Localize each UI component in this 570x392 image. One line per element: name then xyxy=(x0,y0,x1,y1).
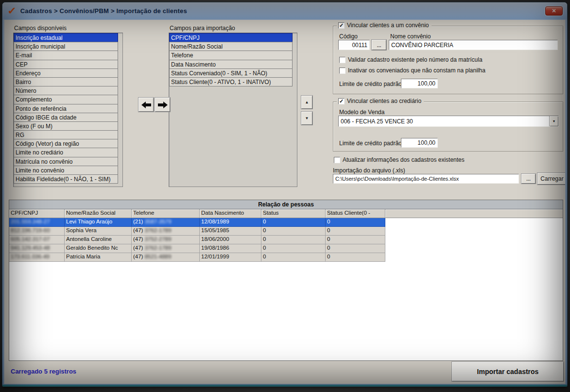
cell-status: 0 xyxy=(261,253,326,262)
list-item[interactable]: Inscrição estadual xyxy=(14,33,118,42)
limite-credito-crediario-label: Limite de crédito padrão: xyxy=(339,140,403,147)
codigo-field[interactable]: 00111 xyxy=(338,40,370,50)
carregar-button[interactable]: Carregar xyxy=(537,173,566,185)
column-header[interactable]: Data Nascimento xyxy=(200,209,261,218)
move-down-button[interactable]: ▼ xyxy=(301,112,312,125)
cell-status: 0 xyxy=(261,236,326,244)
column-header[interactable]: CPF/CNPJ xyxy=(9,209,65,218)
table-row[interactable]: 812.196.719-60Sophia Vera(47) 3762-17891… xyxy=(9,227,563,236)
cell-nome: Patricia Maria xyxy=(65,253,132,262)
validar-matricula-checkbox[interactable] xyxy=(339,57,345,63)
status-text: Carregado 5 registros xyxy=(11,368,76,375)
screen-background: ✓ Cadastros > Convênios/PBM > Importação… xyxy=(0,0,570,392)
list-item[interactable]: Número xyxy=(14,86,118,95)
cell-nome: Antonella Caroline xyxy=(65,236,132,244)
cell-nascimento: 19/08/1986 xyxy=(200,244,261,253)
list-item[interactable]: CPF/CNPJ xyxy=(169,33,293,42)
modelo-venda-select[interactable]: 006 - FECHA 25 VENCE 30 ▼ xyxy=(338,116,559,127)
app-window: ✓ Cadastros > Convênios/PBM > Importação… xyxy=(2,2,568,387)
modelo-venda-label: Modelo de Venda xyxy=(339,109,384,116)
list-item[interactable]: Status Conveniado(0 - SIM, 1 - NÃO) xyxy=(169,68,293,78)
limite-credito-convenio-label: Limite de crédito padrão: xyxy=(339,81,403,87)
cell-nascimento: 12/01/1999 xyxy=(200,253,261,262)
table-header-row: CPF/CNPJNome/Razão SocialTelefoneData Na… xyxy=(9,209,563,218)
validar-matricula-label: Validar cadastro existente pelo número d… xyxy=(348,56,483,63)
available-fields-list[interactable]: Inscrição estadualInscrição municipalE-m… xyxy=(13,33,123,187)
import-fields-label: Campos para importação xyxy=(170,25,235,32)
limite-credito-crediario-field[interactable]: 100,00 xyxy=(401,138,438,148)
table-row[interactable]: 173.611.036-49Patricia Maria(47) 8521-48… xyxy=(9,253,563,262)
cell-phone: (47) 3752-2789 xyxy=(132,236,200,244)
down-arrow-icon: ▼ xyxy=(305,116,309,120)
list-item[interactable]: Endereço xyxy=(14,68,118,78)
list-item[interactable]: Sexo (F ou M) xyxy=(14,121,118,131)
crediario-checkbox[interactable]: ✓ xyxy=(338,98,345,104)
phone-redacted: 3762-1789 xyxy=(145,245,172,251)
inativar-conveniados-row: Inativar os conveniados que não constam … xyxy=(339,67,485,74)
list-item[interactable]: Ponto de referência xyxy=(14,104,118,113)
dropdown-arrow-icon[interactable]: ▼ xyxy=(549,116,558,126)
codigo-browse-button[interactable]: ... xyxy=(372,40,386,50)
list-item[interactable]: Limite no crediário xyxy=(14,148,118,157)
atualizar-cadastros-label: Atualizar informações dos cadastros exis… xyxy=(343,156,465,163)
list-item[interactable]: Telefone xyxy=(169,51,293,60)
list-item[interactable]: Inscrição municipal xyxy=(14,42,118,51)
convenio-group-legend: ✓ Vincular clientes a um convênio xyxy=(337,22,432,29)
importar-cadastros-button[interactable]: Importar cadastros xyxy=(452,362,564,381)
list-item[interactable]: Nome/Razão Social xyxy=(169,42,293,51)
codigo-label: Código xyxy=(339,33,358,40)
cell-cpf: 812.196.719-60 xyxy=(9,227,65,236)
list-item[interactable]: Código (Vetor) da região xyxy=(14,139,118,148)
cell-nome: Geraldo Benedito Nc xyxy=(65,244,132,253)
arquivo-browse-button[interactable]: ... xyxy=(521,174,535,184)
convenio-groupbox: ✓ Vincular clientes a um convênio Código… xyxy=(333,26,563,94)
close-button[interactable]: ✕ xyxy=(545,6,563,16)
column-header[interactable]: Telefone xyxy=(132,209,200,218)
list-item[interactable]: RG xyxy=(14,130,118,139)
column-header[interactable]: Nome/Razão Social xyxy=(65,209,132,218)
move-field-left-button[interactable] xyxy=(138,98,154,112)
table-row[interactable]: 941.129.453-48Geraldo Benedito Nc(47) 37… xyxy=(9,244,563,253)
move-up-button[interactable]: ▲ xyxy=(301,96,312,109)
people-table: Relação de pessoas CPF/CNPJNome/Razão So… xyxy=(9,200,563,361)
limite-credito-convenio-field[interactable]: 100,00 xyxy=(401,79,438,88)
cell-phone: (47) 3762-1789 xyxy=(132,227,200,236)
convenio-checkbox[interactable]: ✓ xyxy=(338,22,345,29)
up-arrow-icon: ▲ xyxy=(305,100,309,104)
atualizar-cadastros-checkbox[interactable] xyxy=(334,157,340,163)
arquivo-path-field[interactable]: C:\Users\pc\Downloads\Importação-de-Clie… xyxy=(333,174,519,184)
left-block-arrow-icon xyxy=(141,102,151,108)
import-fields-list[interactable]: CPF/CNPJNome/Razão SocialTelefoneData Na… xyxy=(169,33,297,187)
phone-redacted: 3587-3579 xyxy=(145,219,172,224)
list-item[interactable]: Limite no convênio xyxy=(14,166,118,175)
cell-status_cliente: 0 xyxy=(326,236,385,244)
inativar-conveniados-checkbox[interactable] xyxy=(339,68,345,74)
list-item[interactable]: Complemento xyxy=(14,95,118,104)
list-item[interactable]: Habilita Fidelidade(0 - NÃO, 1 - SIM) xyxy=(14,174,118,184)
titlebar: ✓ Cadastros > Convênios/PBM > Importação… xyxy=(2,2,567,19)
cell-status_cliente: 0 xyxy=(326,218,385,227)
client-area: Campos disponíveis Inscrição estadualIns… xyxy=(4,19,566,384)
list-item[interactable]: E-mail xyxy=(14,51,118,60)
window-title: Cadastros > Convênios/PBM > Importação d… xyxy=(20,7,187,15)
cell-phone: (47) 8521-4889 xyxy=(132,253,200,262)
cell-cpf: 941.129.453-48 xyxy=(9,244,65,253)
cell-status: 0 xyxy=(261,244,326,253)
app-logo-check-icon: ✓ xyxy=(7,5,17,17)
table-row[interactable]: 605.142.317-07Antonella Caroline(47) 375… xyxy=(9,236,563,244)
cell-phone: (21) 3587-3579 xyxy=(132,218,200,227)
list-item[interactable]: Matrícula no convênio xyxy=(14,157,118,166)
table-row[interactable]: 201.559.348-27Levi Thiago Araújo(21) 358… xyxy=(9,218,563,227)
list-item[interactable]: Bairro xyxy=(14,77,118,86)
cell-status_cliente: 0 xyxy=(326,244,385,253)
list-item[interactable]: Data Nascimento xyxy=(169,60,293,69)
list-item[interactable]: CEP xyxy=(14,60,118,69)
move-field-right-button[interactable] xyxy=(155,98,170,112)
list-item[interactable]: Status Cliente(0 - ATIVO, 1 - INATIVO) xyxy=(169,77,293,86)
cell-nascimento: 15/05/1985 xyxy=(200,227,261,236)
column-header[interactable]: Status Cliente(0 - xyxy=(326,209,385,218)
column-header[interactable]: Status xyxy=(261,209,326,218)
cpf-redacted: 812.196.719-60 xyxy=(11,227,50,233)
nome-convenio-field[interactable]: CONVÊNIO PARCERIA xyxy=(389,40,558,50)
list-item[interactable]: Código IBGE da cidade xyxy=(14,113,118,122)
